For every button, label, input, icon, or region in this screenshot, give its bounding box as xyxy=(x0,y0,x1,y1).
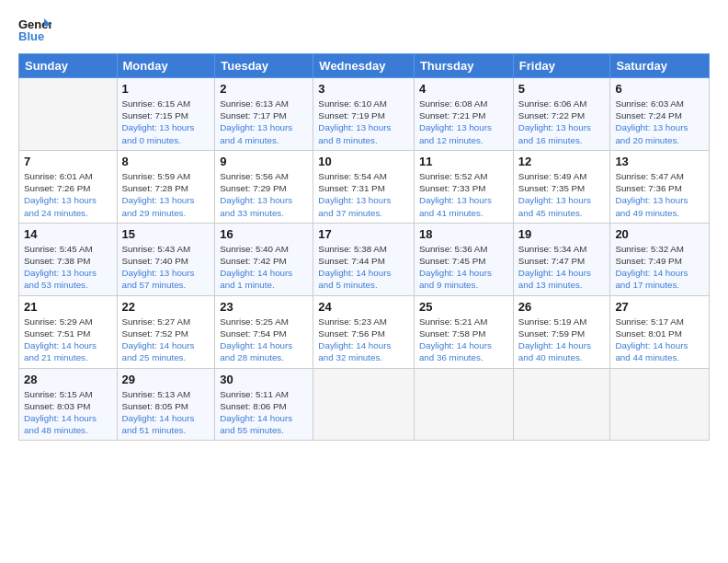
day-number: 12 xyxy=(518,155,606,168)
calendar-cell: 28Sunrise: 5:15 AMSunset: 8:03 PMDayligh… xyxy=(19,368,118,441)
calendar-cell: 27Sunrise: 5:17 AMSunset: 8:01 PMDayligh… xyxy=(610,295,710,368)
sunrise-text: Sunrise: 5:36 AM xyxy=(419,244,488,254)
day-number: 23 xyxy=(220,300,308,314)
page: General Blue SundayMondayTuesdayWednesda… xyxy=(0,0,728,563)
daylight-text-2: and 33 minutes. xyxy=(220,208,284,218)
daylight-text-2: and 17 minutes. xyxy=(615,280,679,290)
calendar-cell xyxy=(610,368,710,441)
sunrise-text: Sunrise: 6:13 AM xyxy=(220,98,289,109)
cell-info: Sunrise: 5:34 AMSunset: 7:47 PMDaylight:… xyxy=(518,243,606,292)
daylight-text-2: and 16 minutes. xyxy=(518,135,583,145)
daylight-text: Daylight: 13 hours xyxy=(518,195,591,205)
day-number: 13 xyxy=(615,155,704,168)
calendar-cell xyxy=(313,368,415,441)
calendar-cell: 10Sunrise: 5:54 AMSunset: 7:31 PMDayligh… xyxy=(313,150,415,223)
daylight-text: Daylight: 13 hours xyxy=(419,195,492,205)
cell-info: Sunrise: 6:03 AMSunset: 7:24 PMDaylight:… xyxy=(615,98,704,146)
sunset-text: Sunset: 7:35 PM xyxy=(518,183,585,193)
sunset-text: Sunset: 7:21 PM xyxy=(419,110,485,121)
daylight-text: Daylight: 14 hours xyxy=(220,268,292,278)
daylight-text-2: and 29 minutes. xyxy=(122,208,187,218)
daylight-text: Daylight: 13 hours xyxy=(518,122,591,132)
sunset-text: Sunset: 7:45 PM xyxy=(419,256,485,266)
calendar-cell: 25Sunrise: 5:21 AMSunset: 7:58 PMDayligh… xyxy=(414,295,513,368)
cell-info: Sunrise: 5:47 AMSunset: 7:36 PMDaylight:… xyxy=(615,170,704,219)
daylight-text-2: and 24 minutes. xyxy=(24,208,88,218)
calendar-cell: 5Sunrise: 6:06 AMSunset: 7:22 PMDaylight… xyxy=(513,78,610,151)
cell-info: Sunrise: 6:10 AMSunset: 7:19 PMDaylight:… xyxy=(318,98,409,146)
daylight-text-2: and 48 minutes. xyxy=(24,425,88,435)
daylight-text: Daylight: 14 hours xyxy=(220,340,292,350)
cell-info: Sunrise: 5:56 AMSunset: 7:29 PMDaylight:… xyxy=(220,170,308,219)
cell-info: Sunrise: 5:29 AMSunset: 7:51 PMDaylight:… xyxy=(24,316,112,364)
sunrise-text: Sunrise: 6:03 AM xyxy=(615,98,684,109)
sunset-text: Sunset: 7:15 PM xyxy=(122,110,188,121)
calendar-cell: 20Sunrise: 5:32 AMSunset: 7:49 PMDayligh… xyxy=(610,223,710,295)
week-row-2: 7Sunrise: 6:01 AMSunset: 7:26 PMDaylight… xyxy=(19,150,710,223)
cell-info: Sunrise: 6:15 AMSunset: 7:15 PMDaylight:… xyxy=(122,98,210,146)
sunset-text: Sunset: 7:56 PM xyxy=(318,328,384,339)
day-number: 25 xyxy=(419,300,508,314)
day-number: 2 xyxy=(220,82,308,96)
sunset-text: Sunset: 7:47 PM xyxy=(518,256,585,266)
calendar-cell: 18Sunrise: 5:36 AMSunset: 7:45 PMDayligh… xyxy=(414,223,513,295)
daylight-text-2: and 28 minutes. xyxy=(220,352,284,362)
cell-info: Sunrise: 5:17 AMSunset: 8:01 PMDaylight:… xyxy=(615,316,704,364)
daylight-text-2: and 25 minutes. xyxy=(122,352,187,362)
daylight-text: Daylight: 13 hours xyxy=(122,122,195,132)
day-number: 18 xyxy=(419,227,508,241)
sunset-text: Sunset: 7:17 PM xyxy=(220,110,286,121)
day-number: 14 xyxy=(24,227,112,241)
daylight-text-2: and 12 minutes. xyxy=(419,135,483,145)
daylight-text: Daylight: 13 hours xyxy=(220,195,292,205)
cell-info: Sunrise: 6:06 AMSunset: 7:22 PMDaylight:… xyxy=(518,98,606,146)
calendar-cell xyxy=(19,78,118,151)
cell-info: Sunrise: 5:38 AMSunset: 7:44 PMDaylight:… xyxy=(318,243,409,292)
daylight-text-2: and 21 minutes. xyxy=(24,352,88,362)
weekday-header-tuesday: Tuesday xyxy=(215,54,313,78)
calendar-cell: 23Sunrise: 5:25 AMSunset: 7:54 PMDayligh… xyxy=(215,295,313,368)
daylight-text: Daylight: 14 hours xyxy=(419,268,492,278)
daylight-text-2: and 53 minutes. xyxy=(24,280,88,290)
sunset-text: Sunset: 7:24 PM xyxy=(615,110,681,121)
sunrise-text: Sunrise: 6:10 AM xyxy=(318,98,387,109)
calendar-cell: 7Sunrise: 6:01 AMSunset: 7:26 PMDaylight… xyxy=(19,150,118,223)
cell-info: Sunrise: 5:49 AMSunset: 7:35 PMDaylight:… xyxy=(518,170,606,219)
sunset-text: Sunset: 7:52 PM xyxy=(122,328,188,339)
daylight-text: Daylight: 14 hours xyxy=(24,413,97,423)
sunrise-text: Sunrise: 5:52 AM xyxy=(419,171,488,181)
daylight-text: Daylight: 13 hours xyxy=(419,122,492,132)
daylight-text-2: and 37 minutes. xyxy=(318,208,382,218)
sunset-text: Sunset: 7:28 PM xyxy=(122,183,188,193)
daylight-text-2: and 1 minute. xyxy=(220,280,274,290)
day-number: 1 xyxy=(122,82,210,96)
day-number: 8 xyxy=(122,155,210,168)
week-row-1: 1Sunrise: 6:15 AMSunset: 7:15 PMDaylight… xyxy=(19,78,710,151)
sunrise-text: Sunrise: 5:19 AM xyxy=(518,316,587,327)
calendar-cell: 11Sunrise: 5:52 AMSunset: 7:33 PMDayligh… xyxy=(414,150,513,223)
cell-info: Sunrise: 5:32 AMSunset: 7:49 PMDaylight:… xyxy=(615,243,704,292)
weekday-header-thursday: Thursday xyxy=(414,54,513,78)
sunrise-text: Sunrise: 5:25 AM xyxy=(220,316,289,327)
calendar-cell: 6Sunrise: 6:03 AMSunset: 7:24 PMDaylight… xyxy=(610,78,710,151)
daylight-text: Daylight: 13 hours xyxy=(318,195,391,205)
daylight-text: Daylight: 13 hours xyxy=(122,268,195,278)
sunset-text: Sunset: 7:22 PM xyxy=(518,110,585,121)
calendar-cell: 3Sunrise: 6:10 AMSunset: 7:19 PMDaylight… xyxy=(313,78,415,151)
cell-info: Sunrise: 5:45 AMSunset: 7:38 PMDaylight:… xyxy=(24,243,112,292)
calendar-cell xyxy=(513,368,610,441)
calendar-cell: 19Sunrise: 5:34 AMSunset: 7:47 PMDayligh… xyxy=(513,223,610,295)
daylight-text-2: and 36 minutes. xyxy=(419,352,483,362)
sunset-text: Sunset: 7:33 PM xyxy=(419,183,485,193)
weekday-header-saturday: Saturday xyxy=(610,54,710,78)
day-number: 21 xyxy=(24,300,112,314)
daylight-text: Daylight: 14 hours xyxy=(518,340,591,350)
sunset-text: Sunset: 7:54 PM xyxy=(220,328,286,339)
calendar-table: SundayMondayTuesdayWednesdayThursdayFrid… xyxy=(18,53,710,441)
calendar-cell: 13Sunrise: 5:47 AMSunset: 7:36 PMDayligh… xyxy=(610,150,710,223)
daylight-text: Daylight: 13 hours xyxy=(615,122,688,132)
daylight-text: Daylight: 13 hours xyxy=(24,268,97,278)
daylight-text: Daylight: 14 hours xyxy=(615,268,688,278)
day-number: 26 xyxy=(518,300,606,314)
cell-info: Sunrise: 5:43 AMSunset: 7:40 PMDaylight:… xyxy=(122,243,210,292)
